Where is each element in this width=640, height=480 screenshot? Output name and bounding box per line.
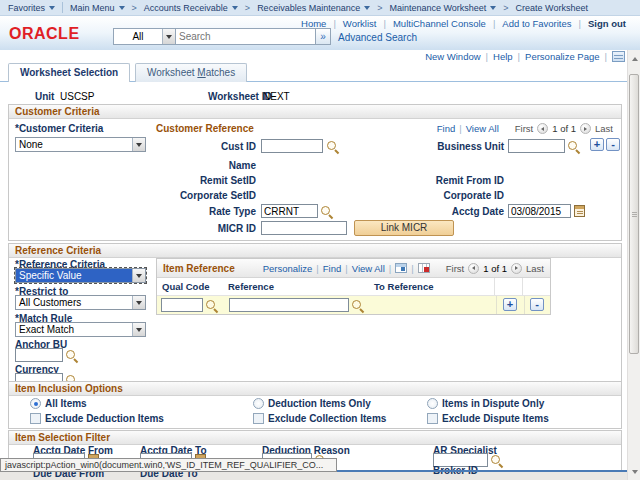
vertical-scrollbar[interactable] (627, 50, 640, 480)
reference-input[interactable] (229, 298, 349, 312)
tab-worksheet-selection[interactable]: Worksheet Selection (8, 63, 130, 82)
qual-code-input[interactable] (161, 298, 203, 312)
checkbox-label: Exclude Dispute Items (442, 413, 549, 424)
checkbox-label: Exclude Deduction Items (45, 413, 164, 424)
dropdown-caret-icon[interactable] (132, 296, 145, 309)
status-bar: javascript:pAction_win0(document.win0,'W… (0, 458, 337, 472)
cust-id-lookup-icon[interactable] (327, 141, 339, 153)
view-all-link[interactable]: View All (466, 123, 499, 134)
find-link[interactable]: Find (323, 263, 341, 274)
cust-id-input[interactable] (261, 139, 323, 153)
first-label: First (515, 123, 533, 134)
acctg-date-input[interactable] (508, 204, 571, 218)
radio-items-in-dispute-only[interactable] (427, 398, 438, 409)
dropdown-caret-icon[interactable] (132, 269, 145, 282)
reference-lookup-icon[interactable] (352, 300, 364, 312)
next-page-icon[interactable] (580, 123, 591, 134)
personalize-layout-icon[interactable] (612, 51, 625, 62)
search-scope-select[interactable]: All (113, 28, 176, 45)
previous-page-icon[interactable] (537, 123, 548, 134)
grid-title: Item Reference (163, 263, 235, 274)
reference-criteria-body: *Reference Criteria Specific Value *Rest… (9, 258, 621, 381)
item-reference-grid: Item Reference Personalize | Find | View… (156, 258, 551, 315)
scrollbar-up-button[interactable] (628, 52, 640, 65)
name-label: Name (104, 160, 256, 171)
customer-reference-toolbar: Find | View All First 1 of 1 Last (437, 123, 613, 134)
link-micr-button[interactable]: Link MICR (354, 220, 454, 236)
sign-out-link[interactable]: Sign out (588, 18, 626, 29)
new-window-link[interactable]: New Window (425, 51, 480, 62)
section-title: Customer Criteria (9, 105, 621, 119)
scrollbar-thumb[interactable] (629, 74, 639, 354)
anchor-bu-lookup-icon[interactable] (66, 350, 78, 362)
radio-label: Deduction Items Only (268, 398, 371, 409)
advanced-search-link[interactable]: Advanced Search (338, 32, 417, 43)
previous-page-icon[interactable] (468, 263, 479, 274)
add-row-button[interactable]: + (590, 138, 604, 151)
reference-criteria-select[interactable]: Specific Value (15, 268, 146, 283)
download-to-excel-icon[interactable] (395, 263, 407, 273)
delete-row-button[interactable]: - (606, 138, 620, 151)
breadcrumb-item-maintenance-worksheet[interactable]: Maintenance Worksheet (389, 3, 496, 13)
delete-row-button[interactable]: - (530, 298, 544, 311)
breadcrumb-item-receivables-maintenance[interactable]: Receivables Maintenance (257, 3, 370, 13)
breadcrumb-separator: > (132, 3, 137, 13)
link-separator: | (316, 263, 318, 274)
calendar-icon[interactable] (574, 205, 585, 217)
dropdown-caret-icon[interactable] (132, 323, 145, 336)
worklist-link[interactable]: Worklist (343, 18, 377, 29)
last-label: Last (595, 123, 613, 134)
anchor-bu-input[interactable] (15, 348, 63, 362)
breadcrumb-item-accounts-receivable[interactable]: Accounts Receivable (144, 3, 238, 13)
radio-deduction-items-only[interactable] (253, 398, 264, 409)
link-separator: | (383, 18, 385, 29)
find-link[interactable]: Find (437, 123, 455, 134)
rate-type-input[interactable] (261, 204, 318, 218)
business-unit-lookup-icon[interactable] (568, 141, 580, 153)
item-reference-toolbar: Item Reference Personalize | Find | View… (157, 259, 550, 278)
breadcrumb-label: Favorites (8, 3, 45, 13)
restrict-to-select[interactable]: All Customers (15, 295, 146, 310)
link-separator: | (486, 51, 488, 62)
search-input[interactable] (176, 28, 316, 45)
page-counter: 1 of 1 (552, 123, 576, 134)
tab-label: atches (206, 67, 235, 78)
breadcrumb-item-create-worksheet[interactable]: Create Worksheet (516, 3, 588, 13)
scrollbar-down-button[interactable] (628, 465, 640, 478)
add-row-button[interactable]: + (503, 298, 517, 311)
checkbox-exclude-deduction-items[interactable] (30, 413, 41, 424)
search-go-button[interactable]: » (316, 28, 331, 45)
select-value: All Customers (16, 296, 132, 309)
zoom-grid-icon[interactable] (418, 263, 430, 273)
breadcrumb-separator: > (503, 3, 508, 13)
dropdown-caret-icon[interactable] (162, 29, 175, 44)
breadcrumb-item-favorites[interactable]: Favorites (8, 3, 55, 13)
tab-label: Worksheet Selection (20, 67, 118, 78)
tab-worksheet-matches[interactable]: Worksheet Matches (135, 63, 247, 82)
corporate-id-label: Corporate ID (344, 190, 504, 201)
multichannel-console-link[interactable]: MultiChannel Console (393, 18, 486, 29)
worksheet-id-value: NEXT (263, 91, 290, 102)
help-link[interactable]: Help (493, 51, 513, 62)
personalize-page-link[interactable]: Personalize Page (525, 51, 599, 62)
rate-type-lookup-icon[interactable] (321, 206, 333, 218)
view-all-link[interactable]: View All (352, 263, 385, 274)
radio-all-items[interactable] (30, 398, 41, 409)
breadcrumb-item-main-menu[interactable]: Main Menu (70, 3, 125, 13)
personalize-link[interactable]: Personalize (263, 263, 313, 274)
ar-specialist-lookup-icon[interactable] (491, 455, 503, 467)
business-unit-input[interactable] (508, 139, 565, 153)
tab-bar: Worksheet Selection Worksheet Matches (0, 63, 627, 82)
checkbox-exclude-collection-items[interactable] (253, 413, 264, 424)
breadcrumb: Favorites Main Menu > Accounts Receivabl… (0, 0, 640, 16)
remit-setid-label: Remit SetID (104, 175, 256, 186)
qual-code-lookup-icon[interactable] (206, 300, 218, 312)
next-page-icon[interactable] (511, 263, 522, 274)
add-to-favorites-link[interactable]: Add to Favorites (502, 18, 571, 29)
section-title: Reference Criteria (9, 244, 621, 258)
section-title: Item Inclusion Options (9, 382, 621, 396)
micr-id-input[interactable] (261, 221, 347, 235)
link-separator: | (493, 18, 495, 29)
checkbox-exclude-dispute-items[interactable] (427, 413, 438, 424)
match-rule-select[interactable]: Exact Match (15, 322, 146, 337)
